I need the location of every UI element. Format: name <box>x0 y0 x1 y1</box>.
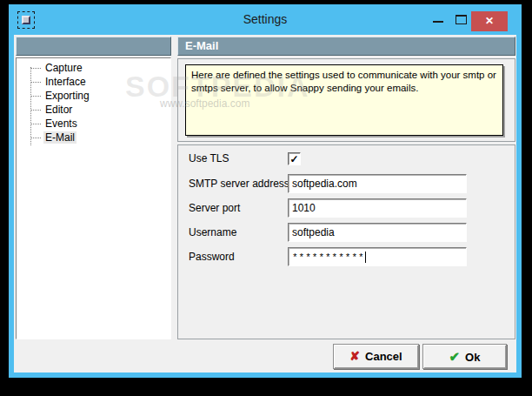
username-input[interactable] <box>288 223 467 242</box>
maximize-button[interactable] <box>452 10 471 29</box>
server-port-label: Server port <box>189 202 240 214</box>
desktop: { "window": { "title": "Settings", "clos… <box>0 0 532 396</box>
cancel-button-label: Cancel <box>365 350 402 363</box>
info-text: Here are defined the settings used to co… <box>185 64 503 136</box>
sidebar-item-interface[interactable]: Interface <box>17 75 170 89</box>
check-icon: ✓ <box>289 153 298 165</box>
cancel-button[interactable]: ✘Cancel <box>333 344 419 369</box>
minimize-button[interactable] <box>429 10 449 29</box>
ok-check-icon: ✔ <box>449 349 461 364</box>
maximize-icon <box>456 15 467 24</box>
server-port-input[interactable] <box>288 198 467 218</box>
page-title: E-Mail <box>177 37 515 56</box>
info-panel: Here are defined the settings used to co… <box>177 58 515 142</box>
use-tls-label: Use TLS <box>189 152 229 164</box>
ok-button-label: Ok <box>465 351 480 364</box>
sidebar-item-editor[interactable]: Editor <box>17 103 170 117</box>
password-input[interactable]: *********** <box>288 247 467 266</box>
sidebar-item-capture[interactable]: Capture <box>17 61 170 75</box>
sidebar-item-email[interactable]: E-Mail <box>17 131 170 144</box>
text-caret <box>365 252 366 263</box>
password-label: Password <box>189 251 235 263</box>
sidebar-item-events[interactable]: Events <box>17 117 170 131</box>
use-tls-checkbox[interactable]: ✓ <box>288 152 301 165</box>
sidebar-item-exporting[interactable]: Exporting <box>17 89 170 103</box>
username-label: Username <box>189 226 236 238</box>
minimize-icon <box>433 21 443 23</box>
tree-list: Capture Interface Exporting Editor Event… <box>17 61 170 144</box>
email-form: Use TLS ✓ SMTP server address Server por… <box>177 144 515 339</box>
cancel-x-icon: ✘ <box>349 349 360 363</box>
password-masked-value: *********** <box>292 252 365 263</box>
close-icon: ✕ <box>485 15 494 27</box>
titlebar[interactable]: Settings ✕ <box>9 4 522 35</box>
sidebar-header <box>16 37 171 56</box>
settings-tree: Capture Interface Exporting Editor Event… <box>16 57 171 339</box>
client-area: Capture Interface Exporting Editor Event… <box>14 35 516 373</box>
close-button[interactable]: ✕ <box>471 11 508 31</box>
settings-window: Settings ✕ Capture Interface Exporting E… <box>9 4 522 378</box>
smtp-server-label: SMTP server address <box>189 178 289 190</box>
smtp-server-input[interactable] <box>288 174 467 193</box>
ok-button[interactable]: ✔Ok <box>422 344 507 369</box>
